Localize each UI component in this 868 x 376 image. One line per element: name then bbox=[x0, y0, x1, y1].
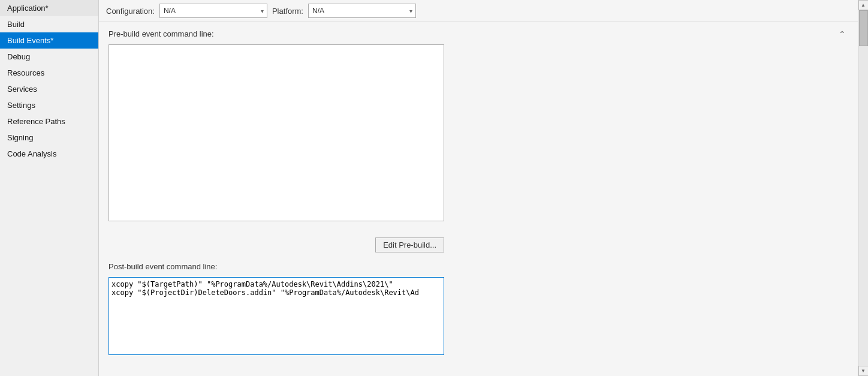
platform-select[interactable]: N/A Any CPU x86 x64 bbox=[308, 4, 416, 18]
scrollbar-track[interactable] bbox=[858, 10, 869, 366]
pre-build-collapse-button[interactable]: ⌃ bbox=[836, 29, 848, 39]
configuration-select[interactable]: N/A Debug Release bbox=[159, 4, 267, 18]
sidebar-item-build-events[interactable]: Build Events* bbox=[0, 32, 98, 49]
scrollbar-thumb[interactable] bbox=[859, 10, 868, 46]
configuration-select-wrapper: N/A Debug Release bbox=[159, 4, 267, 18]
main-content: Configuration: N/A Debug Release Platfor… bbox=[99, 0, 858, 376]
sidebar-item-settings[interactable]: Settings bbox=[0, 97, 98, 113]
sidebar-item-reference-paths[interactable]: Reference Paths bbox=[0, 113, 98, 130]
post-build-header: Post-build event command line: bbox=[108, 262, 848, 273]
sidebar-item-build[interactable]: Build bbox=[0, 16, 98, 32]
sidebar-item-application[interactable]: Application* bbox=[0, 0, 98, 16]
post-build-textarea[interactable] bbox=[108, 277, 444, 355]
right-scrollbar: ▲ ▼ bbox=[858, 0, 868, 376]
scroll-down-button[interactable]: ▼ bbox=[858, 366, 869, 376]
content-area: Pre-build event command line: ⌃ Edit Pre… bbox=[99, 22, 858, 376]
post-build-section: Post-build event command line: bbox=[108, 262, 848, 369]
configuration-label: Configuration: bbox=[106, 7, 155, 16]
sidebar-item-code-analysis[interactable]: Code Analysis bbox=[0, 146, 98, 162]
pre-build-textarea[interactable] bbox=[108, 44, 444, 221]
sidebar-item-debug[interactable]: Debug bbox=[0, 49, 98, 65]
toolbar: Configuration: N/A Debug Release Platfor… bbox=[99, 0, 858, 22]
platform-select-wrapper: N/A Any CPU x86 x64 bbox=[308, 4, 416, 18]
pre-build-header: Pre-build event command line: ⌃ bbox=[108, 29, 848, 41]
platform-label: Platform: bbox=[272, 7, 303, 16]
post-build-label: Post-build event command line: bbox=[108, 262, 217, 271]
scroll-up-button[interactable]: ▲ bbox=[858, 0, 869, 10]
edit-pre-build-button[interactable]: Edit Pre-build... bbox=[375, 237, 444, 252]
sidebar: Application* Build Build Events* Debug R… bbox=[0, 0, 99, 376]
pre-build-section: Pre-build event command line: ⌃ bbox=[108, 29, 848, 223]
edit-button-row: Edit Pre-build... bbox=[108, 237, 444, 252]
pre-build-label: Pre-build event command line: bbox=[108, 29, 214, 38]
sidebar-item-services[interactable]: Services bbox=[0, 81, 98, 97]
sidebar-item-signing[interactable]: Signing bbox=[0, 130, 98, 146]
sidebar-item-resources[interactable]: Resources bbox=[0, 65, 98, 81]
